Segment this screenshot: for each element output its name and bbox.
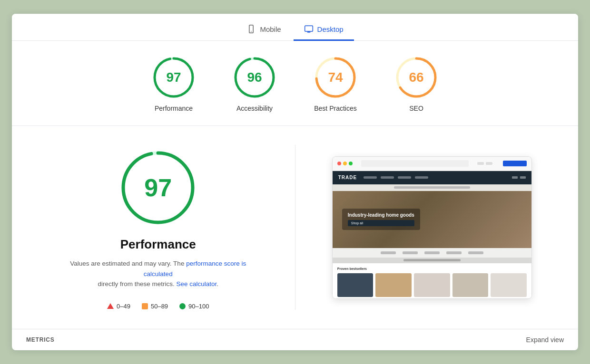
left-panel: 97 Performance Values are estimated and … — [40, 145, 295, 310]
legend: 0–49 50–89 90–100 — [107, 303, 209, 310]
metrics-label: METRICS — [26, 336, 55, 343]
tab-desktop[interactable]: Desktop — [294, 19, 354, 41]
browser-bar — [333, 157, 531, 171]
cat-2 — [403, 251, 418, 254]
tab-desktop-label: Desktop — [317, 25, 344, 33]
panel-desc: Values are estimated and may vary. The p… — [58, 259, 258, 289]
product-3 — [414, 273, 450, 297]
browser-btn-min — [343, 162, 347, 165]
browser-icon-1 — [477, 162, 484, 165]
content-area: 97 Performance Values are estimated and … — [12, 126, 578, 329]
desc-prefix: Values are estimated and may vary. The — [70, 260, 184, 267]
product-2 — [375, 273, 412, 297]
legend-orange-range: 50–89 — [151, 303, 168, 310]
legend-green-range: 90–100 — [188, 303, 209, 310]
cat-4 — [446, 251, 462, 254]
cat-5 — [468, 251, 483, 254]
products-section: Proven bestsellers — [333, 263, 531, 299]
bottom-bar: METRICS Expand view — [12, 329, 578, 350]
svg-rect-0 — [249, 25, 253, 33]
svg-rect-2 — [305, 26, 313, 31]
right-panel: TRADE — [295, 145, 550, 310]
preview-hero: Industry-leading home goods Shop all — [333, 191, 531, 248]
browser-btn-close — [337, 162, 341, 165]
desc-link2[interactable]: See calculator — [176, 280, 216, 287]
score-performance: 97 Performance — [152, 56, 195, 112]
seo-score-label: SEO — [409, 105, 423, 112]
nav-cart — [520, 176, 526, 179]
preview-frame: TRADE — [332, 156, 532, 299]
hero-title: Industry-leading home goods — [348, 212, 414, 218]
tab-mobile[interactable]: Mobile — [236, 19, 291, 41]
legend-orange: 50–89 — [142, 303, 168, 310]
svg-point-1 — [251, 31, 252, 32]
products-title: Proven bestsellers — [337, 267, 527, 270]
promo-bar — [394, 186, 470, 189]
cta-button — [503, 161, 527, 166]
accessibility-score-label: Accessibility — [236, 105, 273, 112]
main-card: Mobile Desktop 97 Performance — [12, 14, 578, 350]
legend-red: 0–49 — [107, 303, 130, 310]
browser-btn-max — [349, 162, 353, 165]
browser-icon-2 — [486, 162, 492, 165]
promo-banner — [333, 184, 531, 191]
hero-text-block: Industry-leading home goods Shop all — [342, 209, 420, 230]
red-triangle-icon — [107, 303, 114, 309]
nav-search — [512, 176, 518, 179]
desc-suffix: . — [216, 280, 218, 287]
mobile-icon — [246, 24, 256, 34]
legend-green: 90–100 — [179, 303, 209, 310]
panel-performance-title: Performance — [120, 237, 196, 252]
product-4 — [452, 273, 489, 297]
performance-score-label: Performance — [155, 105, 193, 112]
seo-score-value: 66 — [409, 70, 423, 85]
product-5 — [491, 273, 527, 297]
best-practices-score-label: Best Practices — [314, 105, 356, 112]
categories-bar — [333, 248, 531, 258]
score-seo: 66 SEO — [395, 56, 438, 112]
nav-link-1 — [364, 176, 377, 179]
expand-view-button[interactable]: Expand view — [526, 336, 564, 344]
orange-square-icon — [142, 303, 148, 309]
nav-link-4 — [415, 176, 428, 179]
score-accessibility: 96 Accessibility — [233, 56, 276, 112]
preview-nav: TRADE — [333, 171, 531, 184]
hero-cta-btn: Shop all — [348, 220, 414, 226]
performance-score-value: 97 — [166, 70, 181, 85]
scores-section: 97 Performance 96 Accessibility — [12, 41, 578, 126]
promo-strip-text — [403, 259, 461, 261]
nav-links — [364, 176, 428, 179]
nav-link-2 — [381, 176, 394, 179]
cat-3 — [424, 251, 440, 254]
browser-buttons — [337, 162, 353, 165]
tab-bar: Mobile Desktop — [12, 14, 578, 41]
accessibility-score-value: 96 — [247, 70, 262, 85]
desktop-icon — [304, 24, 314, 34]
big-performance-circle: 97 — [120, 150, 196, 226]
nav-link-3 — [398, 176, 411, 179]
browser-url-bar — [361, 160, 469, 167]
green-circle-icon — [179, 303, 186, 309]
best-practices-score-value: 74 — [328, 70, 343, 85]
desc-mid: directly from these metrics. — [98, 280, 174, 287]
cat-1 — [381, 251, 396, 254]
big-circle-wrapper: 97 — [120, 150, 196, 226]
product-1 — [337, 273, 374, 297]
legend-red-range: 0–49 — [117, 303, 130, 310]
big-performance-value: 97 — [144, 173, 172, 202]
score-best-practices: 74 Best Practices — [314, 56, 357, 112]
promo-strip — [333, 258, 531, 263]
tab-mobile-label: Mobile — [260, 25, 281, 33]
preview-nav-logo: TRADE — [338, 175, 357, 180]
products-grid — [337, 273, 527, 297]
